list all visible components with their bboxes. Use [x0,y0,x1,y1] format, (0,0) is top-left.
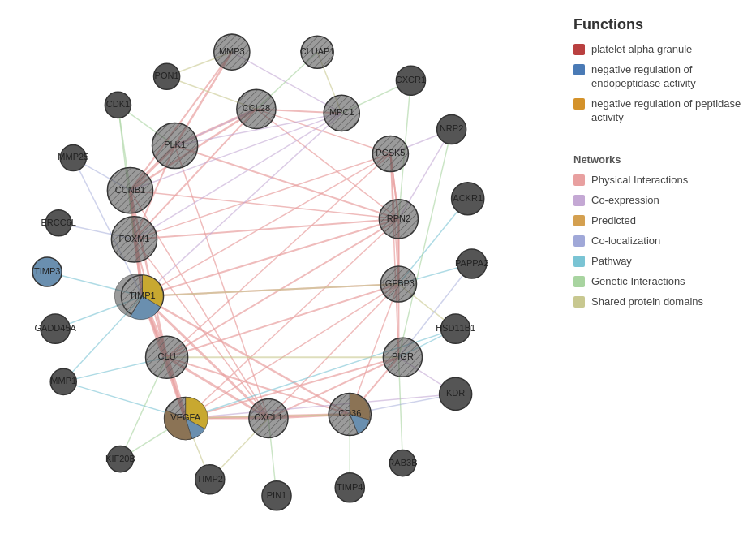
legend-color-peptidase [573,98,585,110]
node-CD36[interactable]: CD36 [329,393,371,435]
svg-line-5 [175,146,399,219]
label-VEGFA: VEGFA [170,412,200,422]
label-IGFBP3: IGFBP3 [383,278,415,288]
label-PIGR: PIGR [392,351,414,361]
label-CCL28: CCL28 [243,103,270,113]
network-area: PON1 CDK1 MMP25 ERCC6L TIMP3 GADD45A MMP… [0,0,561,560]
legend-label-endopeptidase: negative regulation of endopeptidase act… [591,63,744,91]
label-KDR: KDR [446,388,465,398]
label-CCNB1: CCNB1 [115,185,145,195]
label-MPC1: MPC1 [329,107,354,117]
legend-label-physical: Physical Interactions [591,174,688,187]
label-MMP3: MMP3 [219,46,245,56]
legend-item-domains: Shared protein domains [573,295,744,309]
legend-item-predicted: Predicted [573,214,744,228]
label-ERCC6L: ERCC6L [41,218,75,227]
label-CDK1: CDK1 [106,99,130,109]
legend-item-platelet: platelet alpha granule [573,43,744,57]
label-MMP1: MMP1 [50,376,76,386]
svg-line-14 [134,109,256,239]
label-PCSK5: PCSK5 [376,148,405,157]
label-KIF20B: KIF20B [105,454,135,463]
label-PAPPA2: PAPPA2 [455,258,488,268]
label-CXCL1: CXCL1 [254,412,283,422]
legend-item-coexpression: Co-expression [573,194,744,208]
legend-color-predicted [573,215,585,226]
label-PON1: PON1 [155,71,179,80]
svg-line-17 [134,219,398,239]
legend-label-platelet: platelet alpha granule [591,43,692,57]
legend-color-colocalization [573,235,585,247]
legend-item-colocalization: Co-localization [573,235,744,248]
legend-label-colocalization: Co-localization [591,235,660,248]
legend-color-platelet [573,44,585,55]
legend-item-peptidase: negative regulation of peptidase activit… [573,97,744,125]
svg-line-29 [167,219,399,357]
label-NRP2: NRP2 [440,123,463,133]
label-MMP25: MMP25 [58,152,88,162]
label-TIMP1: TIMP1 [129,291,155,300]
legend-item-endopeptidase: negative regulation of endopeptidase act… [573,63,744,91]
legend-label-domains: Shared protein domains [591,295,703,309]
label-FOXM1: FOXM1 [119,234,150,243]
label-TIMP2: TIMP2 [197,474,223,484]
legend-label-coexpression: Co-expression [591,194,659,208]
legend-item-genetic: Genetic Interactions [573,275,744,289]
svg-line-23 [143,219,399,296]
label-ACKR1: ACKR1 [453,193,483,203]
legend-color-coexpression [573,195,585,206]
svg-line-11 [130,191,166,358]
label-TIMP3: TIMP3 [34,266,60,276]
networks-title: Networks [573,153,744,166]
label-CLUAP1: CLUAP1 [300,46,335,56]
legend-color-pathway [573,256,585,267]
legend-color-domains [573,296,585,308]
label-CXCR1: CXCR1 [396,75,426,84]
network-svg: PON1 CDK1 MMP25 ERCC6L TIMP3 GADD45A MMP… [0,0,561,560]
legend-color-endopeptidase [573,64,585,75]
svg-line-7 [130,52,231,190]
node-TIMP1[interactable]: TIMP1 [114,274,163,320]
label-RAB3B: RAB3B [388,458,417,467]
label-HSD11B1: HSD11B1 [436,323,475,333]
label-TIMP4: TIMP4 [337,482,363,492]
main-container: PON1 CDK1 MMP25 ERCC6L TIMP3 GADD45A MMP… [0,0,756,560]
label-PIN1: PIN1 [267,490,287,500]
legend-label-genetic: Genetic Interactions [591,275,685,289]
label-GADD45A: GADD45A [34,323,76,333]
node-VEGFA[interactable]: VEGFA [164,397,208,439]
label-PLK1: PLK1 [164,140,186,149]
legend-item-pathway: Pathway [573,255,744,269]
label-CD36: CD36 [338,408,361,418]
legend-label-peptidase: negative regulation of peptidase activit… [591,97,744,125]
legend-color-genetic [573,276,585,287]
legend-label-predicted: Predicted [591,214,636,228]
legend-label-pathway: Pathway [591,255,632,269]
functions-title: Functions [573,16,744,33]
svg-line-12 [130,191,398,219]
svg-line-83 [143,284,399,296]
legend-area: Functions platelet alpha granule negativ… [561,0,756,560]
label-RPN2: RPN2 [387,213,410,223]
legend-color-physical [573,174,585,186]
legend-item-physical: Physical Interactions [573,174,744,187]
label-CLU: CLU [158,351,176,361]
